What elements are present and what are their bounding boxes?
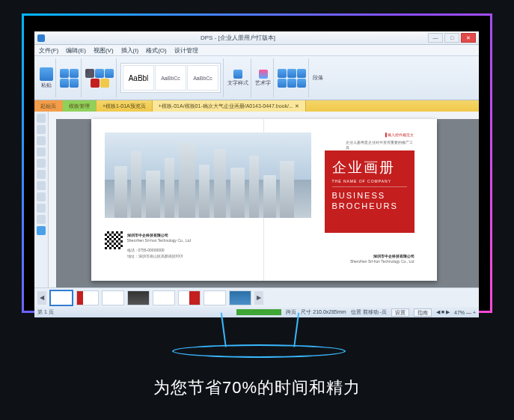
style-preset-1[interactable]: AaBbl bbox=[123, 65, 154, 91]
monitor-frame: DPS - [企业人册用户打版本] — □ ✕ 文件(F) 编辑(E) 视图(V… bbox=[22, 13, 492, 313]
menu-design[interactable]: 设计管理 bbox=[174, 46, 198, 55]
thumb-1[interactable] bbox=[49, 290, 73, 306]
para-label: 段落 bbox=[313, 74, 323, 82]
text-style-icon[interactable] bbox=[233, 70, 242, 79]
text-style-label: 文字样式 bbox=[227, 79, 248, 87]
status-view-icons[interactable]: ◀ ■ ▶ bbox=[436, 309, 450, 315]
side-toolbar bbox=[34, 112, 49, 287]
tool-image-icon[interactable] bbox=[37, 136, 46, 145]
ribbon-group-text: 文字样式 bbox=[225, 58, 251, 97]
tool-zoom-icon[interactable] bbox=[37, 181, 46, 190]
font-color-icon[interactable] bbox=[91, 79, 100, 88]
status-page: 第 1 页 bbox=[37, 308, 54, 316]
thumb-4[interactable] bbox=[127, 290, 150, 305]
indent-icon[interactable] bbox=[287, 79, 296, 88]
status-dims: 尺寸 210.0x285mm bbox=[301, 308, 346, 316]
tool-select-icon[interactable] bbox=[37, 114, 46, 123]
monitor-base bbox=[172, 344, 346, 358]
cover-subtitle: THE NAME OF COMPANY bbox=[332, 179, 407, 183]
workspace: 深圳市中企科技有限公司 Shenzhen Srl-hon Technology … bbox=[34, 112, 479, 287]
ribbon-group-font: B bbox=[83, 58, 117, 97]
align-right-icon[interactable] bbox=[297, 69, 306, 78]
thumb-3[interactable] bbox=[102, 290, 124, 305]
status-settings-button[interactable]: 设置 bbox=[391, 308, 409, 317]
ribbon-group-align bbox=[275, 58, 309, 97]
thumb-8[interactable] bbox=[229, 290, 251, 305]
minimize-button[interactable]: — bbox=[428, 33, 443, 43]
cover-red-block: 企业画册 THE NAME OF COMPANY BUSINESS BROCHE… bbox=[325, 150, 414, 233]
tab-preview[interactable]: +模板1-01A预览页 bbox=[97, 100, 153, 112]
company-addr: 地址：深圳市南山区高新南区XXX bbox=[127, 254, 183, 258]
tab-document[interactable]: +模板-01A/模板01-稿次大气企业画册/A0143-0447.book/..… bbox=[153, 100, 306, 112]
list-icon[interactable] bbox=[278, 79, 287, 88]
bold-icon[interactable]: B bbox=[85, 69, 94, 78]
menu-insert[interactable]: 插入(I) bbox=[121, 46, 139, 55]
qr-code bbox=[105, 231, 123, 249]
ribbon-group-clipboard bbox=[58, 58, 82, 97]
marketing-caption: 为您节省70%的时间和精力 bbox=[0, 377, 514, 399]
close-button[interactable]: ✕ bbox=[461, 33, 476, 43]
align-left-icon[interactable] bbox=[278, 69, 287, 78]
ribbon-group-paste: 粘贴 bbox=[37, 58, 56, 97]
menu-file[interactable]: 文件(F) bbox=[39, 46, 58, 55]
document-tabs: 起始页 模板管理 +模板1-01A预览页 +模板-01A/模板01-稿次大气企业… bbox=[34, 100, 479, 112]
wordart-icon[interactable] bbox=[259, 70, 268, 79]
ruler-vertical bbox=[49, 112, 56, 287]
tool-line-icon[interactable] bbox=[37, 159, 46, 168]
menu-view[interactable]: 视图(V) bbox=[94, 46, 114, 55]
screen: DPS - [企业人册用户打版本] — □ ✕ 文件(F) 编辑(E) 视图(V… bbox=[34, 31, 479, 299]
italic-icon[interactable] bbox=[95, 69, 104, 78]
menu-bar: 文件(F) 编辑(E) 视图(V) 插入(I) 格式(O) 设计管理 bbox=[34, 45, 479, 56]
highlight-icon[interactable] bbox=[100, 79, 109, 88]
ribbon-group-wordart: 艺术字 bbox=[253, 58, 274, 97]
tool-table-icon[interactable] bbox=[37, 170, 46, 179]
menu-format[interactable]: 格式(O) bbox=[146, 46, 167, 55]
maximize-button[interactable]: □ bbox=[444, 33, 459, 43]
ribbon-toolbar: 粘贴 B AaBbl AaBbCc AaBbCc 文字样式 bbox=[34, 56, 479, 100]
style-preset-3[interactable]: AaBbCc bbox=[187, 65, 218, 91]
window-title: DPS - [企业人册用户打版本] bbox=[48, 34, 428, 42]
company-name-left: 深圳市中企科技有限公司 bbox=[127, 233, 168, 237]
tab-start[interactable]: 起始页 bbox=[34, 100, 63, 112]
monitor-neck bbox=[221, 313, 300, 347]
cover-en-1: BUSINESS bbox=[332, 190, 407, 201]
company-tel: 电话：0755-00000000 bbox=[127, 248, 165, 252]
style-preset-2[interactable]: AaBbCc bbox=[155, 65, 186, 91]
tool-crop-icon[interactable] bbox=[37, 204, 46, 213]
wordart-label: 艺术字 bbox=[255, 79, 271, 87]
paste-label: 粘贴 bbox=[41, 82, 52, 89]
page-spread[interactable]: 深圳市中企科技有限公司 Shenzhen Srl-hon Technology … bbox=[91, 119, 437, 281]
paste-icon[interactable] bbox=[40, 67, 53, 81]
tool-hand-icon[interactable] bbox=[37, 192, 46, 201]
city-photo bbox=[105, 133, 311, 218]
thumb-7[interactable] bbox=[204, 290, 226, 305]
thumb-5[interactable] bbox=[153, 290, 175, 305]
title-bar: DPS - [企业人册用户打版本] — □ ✕ bbox=[34, 31, 479, 45]
status-guide-button[interactable]: 指南 bbox=[414, 308, 432, 317]
thumb-prev-button[interactable]: ◀ bbox=[37, 291, 46, 305]
tool-star-icon[interactable] bbox=[37, 226, 46, 235]
canvas-area[interactable]: 深圳市中企科技有限公司 Shenzhen Srl-hon Technology … bbox=[49, 112, 479, 287]
tool-color-icon[interactable] bbox=[37, 215, 46, 224]
tab-templates[interactable]: 模板管理 bbox=[63, 100, 97, 112]
redo-icon[interactable] bbox=[70, 79, 79, 88]
thumb-2[interactable] bbox=[76, 290, 99, 305]
thumb-6[interactable] bbox=[178, 290, 201, 305]
thumb-next-button[interactable]: ▶ bbox=[254, 291, 263, 305]
align-center-icon[interactable] bbox=[287, 69, 296, 78]
tool-shape-icon[interactable] bbox=[37, 147, 46, 156]
ruler-horizontal bbox=[49, 112, 479, 119]
copy-icon[interactable] bbox=[70, 69, 79, 78]
page-marker: ▌稿入控件规范文 bbox=[385, 133, 414, 137]
status-zoom[interactable]: 47% — + bbox=[454, 310, 476, 315]
underline-icon[interactable] bbox=[105, 69, 114, 78]
status-pos: 位置 前移动 -页 bbox=[351, 308, 387, 316]
cover-title-cn: 企业画册 bbox=[332, 158, 407, 177]
undo-icon[interactable] bbox=[60, 79, 69, 88]
app-icon bbox=[37, 34, 45, 42]
spacing-icon[interactable] bbox=[297, 79, 306, 88]
thumbnail-strip: ◀ ▶ bbox=[34, 287, 479, 307]
menu-edit[interactable]: 编辑(E) bbox=[66, 46, 86, 55]
tool-text-icon[interactable] bbox=[37, 125, 46, 134]
cut-icon[interactable] bbox=[60, 69, 69, 78]
